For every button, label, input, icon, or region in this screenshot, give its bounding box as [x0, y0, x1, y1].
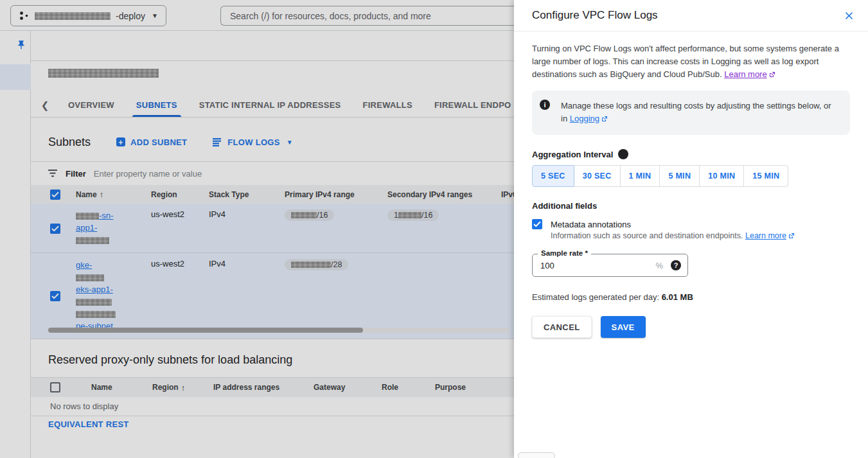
subnets-table-header: Name ↑ Region Stack Type Primary IPv4 ra…: [31, 185, 514, 204]
close-icon[interactable]: [843, 10, 855, 22]
table-row: -sn- app1- us-west2 IPv4 /16 1/16: [31, 204, 514, 253]
interval-option-10min[interactable]: 10 MIN: [700, 165, 744, 187]
flow-logs-button[interactable]: FLOW LOGS ▼: [213, 137, 293, 147]
project-name-suffix: -deploy: [116, 11, 145, 21]
sort-ascending-icon[interactable]: ↑: [100, 189, 104, 199]
bottom-popup-edge: [518, 452, 555, 458]
select-all-checkbox[interactable]: [50, 189, 60, 200]
interval-option-5sec[interactable]: 5 SEC: [532, 165, 574, 187]
metadata-annotations-label[interactable]: Metadata annotations: [551, 220, 631, 229]
proxy-subnets-heading: Reserved proxy-only subnets for load bal…: [48, 353, 292, 367]
nav-rail-active-item[interactable]: [0, 64, 31, 90]
redacted-network-name: [48, 69, 159, 78]
redacted-project-name: [35, 12, 111, 20]
help-icon[interactable]: ?: [671, 260, 681, 270]
add-subnet-button[interactable]: + ADD SUBNET: [116, 137, 187, 147]
row-checkbox[interactable]: [50, 224, 60, 234]
learn-more-link[interactable]: Learn more: [724, 69, 766, 79]
top-bar: -deploy ▼: [0, 0, 514, 31]
left-nav-rail: [0, 31, 31, 458]
pin-icon[interactable]: [16, 40, 26, 53]
tab-bar: ❮ OVERVIEW SUBNETS STATIC INTERNAL IP AD…: [31, 93, 514, 118]
interval-option-5min[interactable]: 5 MIN: [660, 165, 700, 187]
interval-option-15min[interactable]: 15 MIN: [744, 165, 788, 187]
interval-option-1min[interactable]: 1 MIN: [621, 165, 660, 187]
table-row: gke- eks-app1- pe-subnet us-west2 IPv4 /…: [31, 253, 514, 339]
save-button[interactable]: SAVE: [601, 316, 646, 338]
sample-rate-label: Sample rate *: [538, 249, 591, 257]
row-checkbox[interactable]: [50, 291, 60, 301]
sample-rate-input[interactable]: [540, 261, 655, 270]
info-icon: i: [540, 100, 550, 110]
redacted-text: [291, 212, 317, 218]
cancel-button[interactable]: CANCEL: [532, 316, 592, 338]
select-all-checkbox[interactable]: [50, 382, 60, 392]
estimated-logs-line: Estimated logs generated per day: 6.01 M…: [532, 292, 850, 302]
horizontal-scrollbar[interactable]: [48, 328, 509, 333]
configure-flow-logs-panel: Configure VPC Flow Logs Turning on VPC F…: [514, 0, 868, 458]
chevron-down-icon: ▼: [287, 139, 293, 146]
search-bar: [220, 6, 514, 26]
redacted-text: [76, 213, 99, 220]
filter-label: Filter: [66, 169, 86, 179]
metadata-annotations-checkbox[interactable]: [532, 219, 542, 229]
sort-ascending-icon[interactable]: ↑: [181, 383, 186, 392]
stack-type-cell: IPv4: [209, 253, 285, 339]
region-cell: us-west2: [151, 253, 209, 339]
filter-row: Filter: [31, 162, 514, 185]
redacted-text: [76, 274, 104, 281]
subnets-table: Filter Name ↑ Region Stack Type Primary …: [31, 161, 514, 339]
empty-table-message: No rows to display: [31, 397, 514, 416]
redacted-text: [398, 212, 421, 218]
search-input[interactable]: [221, 11, 514, 21]
app-root: -deploy ▼ VPC network details DELETE VPC…: [0, 0, 868, 458]
estimated-logs-value: 6.01 MB: [662, 292, 693, 302]
help-icon[interactable]: ?: [618, 149, 628, 159]
subnets-heading: Subnets: [48, 136, 91, 149]
tab-scroll-left-icon[interactable]: ❮: [31, 93, 59, 117]
proxy-table-header: Name Region ↑ IP address ranges Gateway …: [31, 378, 514, 397]
secondary-range-chip: 1/16: [387, 209, 439, 221]
subnet-name-link[interactable]: -sn- app1-: [76, 204, 151, 252]
learn-more-link[interactable]: Learn more: [745, 231, 786, 240]
stack-type-cell: IPv4: [209, 204, 285, 252]
percent-unit: %: [655, 261, 663, 270]
external-link-icon: [601, 113, 608, 126]
redacted-text: [291, 261, 331, 268]
redacted-text: [76, 299, 112, 306]
panel-title: Configure VPC Flow Logs: [532, 9, 658, 22]
plus-icon: +: [116, 137, 125, 146]
tab-static-internal-ip-addresses[interactable]: STATIC INTERNAL IP ADDRESSES: [199, 93, 341, 117]
tab-firewalls[interactable]: FIREWALLS: [363, 93, 412, 117]
scrollbar-thumb[interactable]: [48, 328, 363, 333]
external-link-icon: [788, 232, 795, 241]
external-link-icon: [769, 69, 775, 82]
sample-rate-field: Sample rate * % ?: [532, 254, 688, 277]
filter-icon: [48, 170, 58, 177]
project-icon: [19, 10, 30, 21]
chevron-down-icon: ▼: [152, 12, 158, 19]
flow-logs-icon: [213, 138, 222, 146]
page-header: VPC network details DELETE VPC NETWORK: [0, 31, 514, 61]
subnet-name-link[interactable]: gke- eks-app1- pe-subnet: [76, 253, 151, 339]
primary-range-chip: /16: [285, 209, 334, 221]
console-main: -deploy ▼ VPC network details DELETE VPC…: [0, 0, 514, 458]
aggregation-interval-group: 5 SEC 30 SEC 1 MIN 5 MIN 10 MIN 15 MIN: [532, 165, 850, 187]
equivalent-rest-button[interactable]: EQUIVALENT REST: [48, 419, 129, 429]
redacted-text: [76, 237, 109, 244]
primary-range-chip: /28: [285, 259, 348, 270]
intro-text: Turning on VPC Flow Logs won't affect pe…: [532, 42, 853, 82]
redacted-text: [76, 311, 116, 318]
additional-fields-heading: Additional fields: [532, 201, 850, 211]
tab-firewall-endpoints[interactable]: FIREWALL ENDPO: [434, 93, 511, 117]
tab-overview[interactable]: OVERVIEW: [68, 93, 114, 117]
aggregation-interval-label: Aggregation Interval: [532, 150, 613, 159]
info-box: i Manage these logs and resulting costs …: [532, 91, 850, 135]
project-selector[interactable]: -deploy ▼: [10, 5, 166, 26]
metadata-annotations-description: Information such as source and destinati…: [551, 231, 850, 241]
filter-input[interactable]: [94, 169, 287, 179]
interval-option-30sec[interactable]: 30 SEC: [574, 165, 621, 187]
tab-subnets[interactable]: SUBNETS: [136, 93, 177, 117]
logging-link[interactable]: Logging: [570, 114, 599, 123]
subnets-toolbar: Subnets + ADD SUBNET FLOW LOGS ▼: [31, 130, 514, 154]
